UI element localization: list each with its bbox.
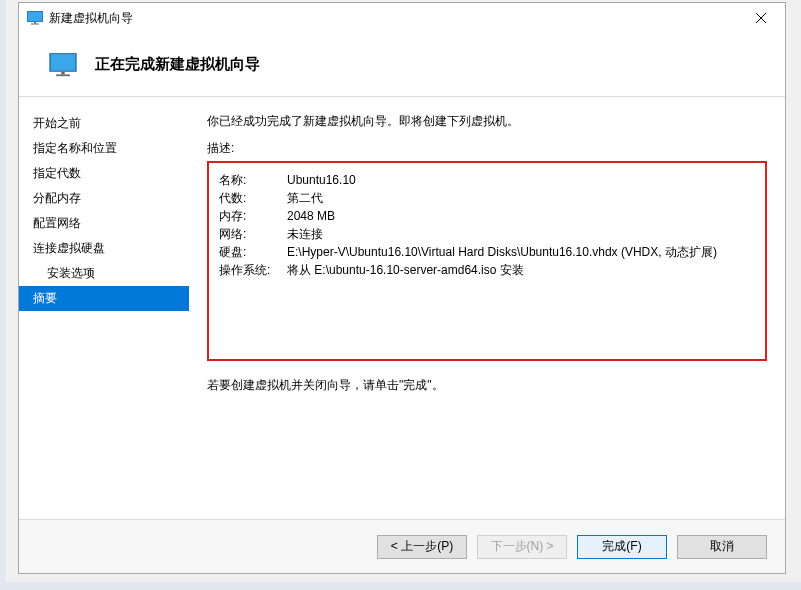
sidebar-step-label: 摘要 [33, 291, 57, 305]
summary-os-value: 将从 E:\ubuntu-16.10-server-amd64.iso 安装 [287, 261, 755, 279]
svg-rect-2 [34, 22, 36, 24]
wizard-steps-sidebar: 开始之前 指定名称和位置 指定代数 分配内存 配置网络 连接虚拟硬盘 安装选项 … [19, 97, 189, 519]
sidebar-step-memory[interactable]: 分配内存 [19, 186, 189, 211]
summary-gen-label: 代数: [219, 189, 287, 207]
close-icon [756, 13, 766, 23]
sidebar-step-before-begin[interactable]: 开始之前 [19, 111, 189, 136]
wizard-content: 你已经成功完成了新建虚拟机向导。即将创建下列虚拟机。 描述: 名称: Ubunt… [189, 97, 785, 519]
wizard-window: 新建虚拟机向导 正在完成新建虚拟机向导 开始之前 指定名称和位置 指定代数 分配… [18, 2, 786, 574]
sidebar-step-label: 开始之前 [33, 116, 81, 130]
summary-intro-text: 你已经成功完成了新建虚拟机向导。即将创建下列虚拟机。 [207, 113, 767, 130]
sidebar-step-virtual-disk[interactable]: 连接虚拟硬盘 [19, 236, 189, 261]
sidebar-step-label: 分配内存 [33, 191, 81, 205]
summary-row-memory: 内存: 2048 MB [219, 207, 755, 225]
sidebar-step-network[interactable]: 配置网络 [19, 211, 189, 236]
svg-rect-6 [51, 54, 75, 69]
sidebar-step-name-location[interactable]: 指定名称和位置 [19, 136, 189, 161]
summary-net-label: 网络: [219, 225, 287, 243]
summary-os-label: 操作系统: [219, 261, 287, 279]
summary-row-network: 网络: 未连接 [219, 225, 755, 243]
summary-row-os: 操作系统: 将从 E:\ubuntu-16.10-server-amd64.is… [219, 261, 755, 279]
wizard-header-title: 正在完成新建虚拟机向导 [95, 55, 260, 74]
sidebar-step-label: 指定代数 [33, 166, 81, 180]
summary-net-value: 未连接 [287, 225, 755, 243]
sidebar-step-label: 连接虚拟硬盘 [33, 241, 105, 255]
summary-disk-value: E:\Hyper-V\Ubuntu16.10\Virtual Hard Disk… [287, 243, 755, 261]
summary-row-generation: 代数: 第二代 [219, 189, 755, 207]
summary-mem-value: 2048 MB [287, 207, 755, 225]
description-label: 描述: [207, 140, 767, 157]
sidebar-step-label: 指定名称和位置 [33, 141, 117, 155]
sidebar-step-summary[interactable]: 摘要 [19, 286, 189, 311]
titlebar: 新建虚拟机向导 [19, 3, 785, 33]
summary-closing-text: 若要创建虚拟机并关闭向导，请单击"完成"。 [207, 377, 767, 394]
svg-rect-8 [61, 71, 64, 74]
sidebar-step-generation[interactable]: 指定代数 [19, 161, 189, 186]
summary-row-name: 名称: Ubuntu16.10 [219, 171, 755, 189]
summary-name-value: Ubuntu16.10 [287, 171, 755, 189]
summary-box: 名称: Ubuntu16.10 代数: 第二代 内存: 2048 MB 网络: … [207, 161, 767, 361]
sidebar-step-install-options[interactable]: 安装选项 [19, 261, 189, 286]
window-title: 新建虚拟机向导 [49, 10, 133, 27]
svg-rect-3 [31, 24, 39, 25]
previous-button[interactable]: < 上一步(P) [377, 535, 467, 559]
sidebar-step-label: 配置网络 [33, 216, 81, 230]
app-icon [27, 10, 43, 26]
cancel-button[interactable]: 取消 [677, 535, 767, 559]
wizard-header: 正在完成新建虚拟机向导 [19, 33, 785, 97]
summary-gen-value: 第二代 [287, 189, 755, 207]
summary-disk-label: 硬盘: [219, 243, 287, 261]
wizard-body: 开始之前 指定名称和位置 指定代数 分配内存 配置网络 连接虚拟硬盘 安装选项 … [19, 97, 785, 519]
sidebar-step-label: 安装选项 [47, 266, 95, 280]
summary-mem-label: 内存: [219, 207, 287, 225]
summary-name-label: 名称: [219, 171, 287, 189]
svg-rect-0 [28, 12, 42, 21]
svg-rect-9 [56, 74, 70, 76]
wizard-header-icon [47, 51, 79, 79]
next-button: 下一步(N) > [477, 535, 567, 559]
summary-row-disk: 硬盘: E:\Hyper-V\Ubuntu16.10\Virtual Hard … [219, 243, 755, 261]
wizard-footer: < 上一步(P) 下一步(N) > 完成(F) 取消 [19, 519, 785, 573]
close-button[interactable] [739, 5, 783, 31]
finish-button[interactable]: 完成(F) [577, 535, 667, 559]
